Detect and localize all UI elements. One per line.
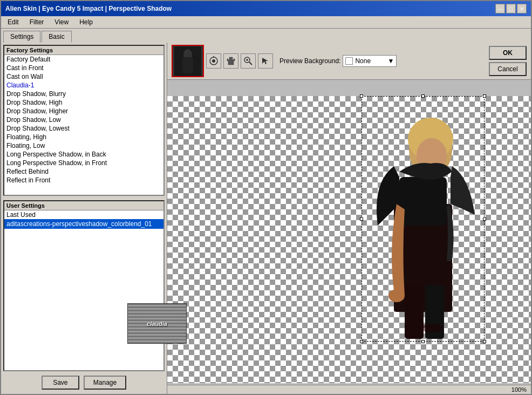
manage-button[interactable]: Manage (84, 376, 126, 390)
woman-figure (362, 96, 485, 342)
zoom-tool-button[interactable] (241, 53, 256, 69)
user-settings-list: Last Used aditascreations-perspectivesha… (4, 210, 163, 370)
menu-bar: Edit Filter View Help (1, 16, 531, 29)
user-item-last-used[interactable]: Last Used (4, 210, 163, 219)
cancel-button[interactable]: Cancel (489, 62, 527, 76)
svg-point-18 (421, 324, 442, 332)
user-settings-header: User Settings (4, 201, 163, 210)
bottom-buttons: Save Manage (3, 373, 165, 392)
move-tool-button[interactable] (206, 53, 221, 69)
list-item-reflect-front[interactable]: Reflect in Front (4, 176, 163, 185)
figure-container (362, 96, 485, 342)
svg-line-7 (249, 62, 252, 65)
right-panel: Preview Background: None ▼ OK Cancel (167, 43, 531, 394)
restore-button[interactable]: ⎕ (506, 4, 516, 13)
pan-tool-button[interactable] (223, 53, 238, 69)
claudia-text: claudia (147, 321, 167, 327)
list-item-cast-on-wall[interactable]: Cast on Wall (4, 72, 163, 81)
menu-help[interactable]: Help (75, 17, 97, 27)
list-item-long-front[interactable]: Long Perspective Shadow, in Front (4, 159, 163, 167)
preview-background-label: Preview Background: (279, 57, 340, 65)
menu-view[interactable]: View (50, 17, 73, 27)
svg-rect-2 (182, 57, 193, 73)
list-item-cast-in-front[interactable]: Cast in Front (4, 64, 163, 72)
left-panel: Factory Settings Factory Default Cast in… (1, 43, 167, 394)
save-button[interactable]: Save (42, 376, 79, 390)
svg-point-4 (212, 59, 215, 63)
user-settings-section: User Settings Last Used aditascreations-… (3, 200, 165, 371)
select-tool-button[interactable] (258, 53, 273, 69)
list-item-drop-shadow-high[interactable]: Drop Shadow, High (4, 98, 163, 107)
factory-settings-header: Factory Settings (4, 46, 163, 55)
canvas-area[interactable]: 100% (167, 80, 531, 394)
tab-bar: Settings Basic (1, 29, 531, 43)
list-item-drop-shadow-higher[interactable]: Drop Shadow, Higher (4, 107, 163, 115)
window-controls: — ⎕ ✕ (495, 4, 527, 13)
toolbar: Preview Background: None ▼ OK Cancel (167, 43, 531, 80)
claudia-thumbnail: claudia (127, 303, 187, 344)
top-band (167, 80, 531, 96)
close-button[interactable]: ✕ (517, 4, 527, 13)
status-bar: 100% (167, 385, 531, 394)
ok-cancel-group: OK Cancel (489, 46, 527, 76)
main-content: Factory Settings Factory Default Cast in… (1, 43, 531, 394)
main-window: Alien Skin | Eye Candy 5 Impact | Perspe… (0, 0, 532, 395)
svg-rect-15 (405, 285, 424, 339)
window-title: Alien Skin | Eye Candy 5 Impact | Perspe… (5, 5, 172, 12)
ok-button[interactable]: OK (489, 46, 527, 60)
list-item-drop-shadow-low[interactable]: Drop Shadow, Low (4, 115, 163, 124)
preview-background-select[interactable]: None ▼ (343, 55, 397, 67)
list-item-floating-low[interactable]: Floating, Low (4, 141, 163, 150)
tab-settings[interactable]: Settings (3, 31, 40, 43)
list-item-floating-high[interactable]: Floating, High (4, 133, 163, 141)
zoom-level: 100% (511, 386, 527, 393)
svg-rect-11 (399, 177, 447, 226)
menu-filter[interactable]: Filter (25, 17, 49, 27)
thumbnail-image (174, 46, 201, 76)
list-item-drop-shadow-blurry[interactable]: Drop Shadow, Blurry (4, 90, 163, 98)
list-item-long-back[interactable]: Long Perspective Shadow, in Back (4, 150, 163, 159)
factory-settings-list: Factory Default Cast in Front Cast on Wa… (4, 55, 163, 195)
preview-thumbnail[interactable] (172, 45, 204, 77)
list-item-factory-default[interactable]: Factory Default (4, 55, 163, 64)
factory-settings-section: Factory Settings Factory Default Cast in… (3, 45, 165, 196)
menu-edit[interactable]: Edit (3, 17, 23, 27)
tab-basic[interactable]: Basic (42, 31, 71, 43)
canvas-bg (167, 80, 531, 383)
list-item-claudia-1[interactable]: Claudia-1 (4, 81, 163, 90)
preview-bg-value: None (355, 57, 371, 65)
list-item-reflect-behind[interactable]: Reflect Behind (4, 167, 163, 176)
minimize-button[interactable]: — (495, 4, 505, 13)
list-item-drop-shadow-lowest[interactable]: Drop Shadow, Lowest (4, 124, 163, 133)
svg-point-17 (388, 289, 405, 302)
user-item-aditascreations[interactable]: aditascreations-perspectiveshadow_colorb… (4, 219, 163, 229)
title-bar: Alien Skin | Eye Candy 5 Impact | Perspe… (1, 1, 531, 16)
